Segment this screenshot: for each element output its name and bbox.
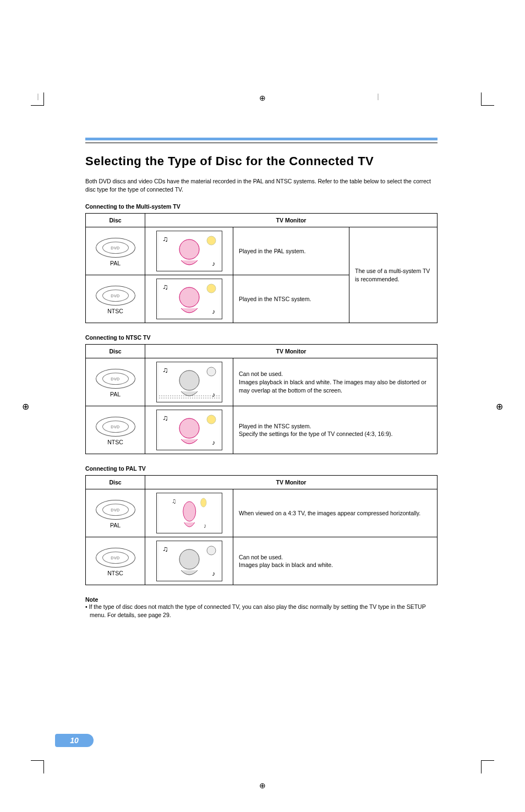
registration-mark-icon: ⊕ [259, 781, 266, 790]
svg-point-19 [179, 418, 199, 438]
disc-label: NTSC [91, 308, 139, 314]
col-monitor: TV Monitor [145, 476, 438, 489]
svg-text:♪: ♪ [212, 391, 215, 399]
heading-rule-thin [85, 143, 438, 143]
tv-thumb-bw: ♫♪ [156, 362, 222, 402]
page-number: 10 [70, 736, 79, 745]
tv-thumb-squeezed: ♫♪ [156, 493, 222, 533]
desc-text: Played in the PAL system. [233, 227, 349, 275]
disc-label: PAL [91, 391, 139, 397]
svg-text:♫: ♫ [162, 544, 168, 553]
svg-point-3 [207, 236, 216, 245]
disc-icon: DVD [96, 369, 135, 389]
col-disc: Disc [86, 214, 145, 227]
crop-mark [481, 760, 494, 773]
tv-thumb-color: ♫♪ [156, 231, 222, 271]
disc-icon: DVD [96, 238, 135, 258]
page-content: Selecting the Type of Disc for the Conne… [85, 138, 438, 619]
svg-text:♫: ♫ [172, 497, 176, 505]
table-ntsc: Disc TV Monitor DVD PAL ♫♪ Can not be us… [85, 344, 438, 454]
svg-point-30 [207, 546, 216, 555]
disc-label: NTSC [91, 439, 139, 445]
disc-icon: DVD [96, 500, 135, 520]
disc-icon: DVD [96, 548, 135, 568]
svg-text:♪: ♪ [212, 308, 215, 315]
svg-point-12 [179, 370, 199, 390]
page-title: Selecting the Type of Disc for the Conne… [85, 154, 438, 168]
section-heading-pal: Connecting to PAL TV [85, 465, 438, 472]
note-heading: Note [85, 596, 438, 603]
svg-text:♫: ♫ [162, 413, 168, 422]
table-row: DVD PAL ♫♪ Played in the PAL system. The… [86, 227, 438, 275]
disc-label: PAL [91, 522, 139, 528]
table-row: DVD NTSC ♫♪ Can not be used. Images play… [86, 537, 438, 585]
tv-thumb-color: ♫♪ [156, 410, 222, 450]
table-row: DVD PAL ♫♪ When viewed on a 4:3 TV, the … [86, 489, 438, 537]
intro-text: Both DVD discs and video CDs have the ma… [85, 177, 438, 193]
svg-point-20 [207, 415, 216, 424]
col-monitor: TV Monitor [145, 214, 438, 227]
disc-label: NTSC [91, 570, 139, 576]
desc-text: When viewed on a 4:3 TV, the images appe… [233, 489, 438, 537]
svg-text:♫: ♫ [162, 366, 168, 374]
tv-thumb-color: ♫♪ [156, 279, 222, 319]
disc-icon: DVD [96, 286, 135, 306]
registration-mark-icon: ⊕ [259, 94, 266, 102]
table-pal: Disc TV Monitor DVD PAL ♫♪ When viewed o… [85, 475, 438, 585]
svg-text:♪: ♪ [212, 439, 215, 446]
svg-point-8 [207, 284, 216, 293]
recommend-text: The use of a multi-system TV is recommen… [349, 227, 438, 323]
print-marks-top: ⊕ [0, 94, 525, 116]
tv-thumb-bw: ♫♪ [156, 541, 222, 581]
col-disc: Disc [86, 345, 145, 358]
desc-text: Played in the NTSC system. [233, 275, 349, 323]
col-disc: Disc [86, 476, 145, 489]
section-heading-ntsc: Connecting to NTSC TV [85, 334, 438, 341]
svg-point-24 [183, 502, 195, 521]
desc-text: Played in the NTSC system. Specify the s… [233, 406, 438, 454]
page-number-badge: 10 [55, 734, 94, 747]
table-row: DVD PAL ♫♪ Can not be used. Images playb… [86, 358, 438, 406]
disc-icon: DVD [96, 417, 135, 437]
desc-text: Can not be used. Images playback in blac… [233, 358, 438, 406]
section-heading-multi: Connecting to the Multi-system TV [85, 203, 438, 210]
table-row: DVD NTSC ♫♪ Played in the NTSC system. S… [86, 406, 438, 454]
crop-mark [31, 760, 44, 773]
svg-point-13 [207, 367, 216, 376]
svg-text:♫: ♫ [162, 235, 168, 243]
colorbar-right [378, 94, 488, 100]
svg-text:♪: ♪ [204, 522, 206, 530]
desc-text: Can not be used. Images play back in bla… [233, 537, 438, 585]
svg-point-25 [200, 498, 206, 507]
svg-text:♫: ♫ [162, 282, 168, 291]
colorbar-left [37, 94, 147, 100]
heading-rule-blue [85, 138, 438, 140]
registration-mark-icon: ⊕ [22, 401, 29, 411]
col-monitor: TV Monitor [145, 345, 438, 358]
registration-mark-icon: ⊕ [496, 401, 503, 411]
table-multi: Disc TV Monitor DVD PAL ♫♪ Played in the… [85, 213, 438, 323]
svg-point-2 [179, 239, 199, 259]
svg-point-7 [179, 287, 199, 307]
note-body: • If the type of disc does not match the… [85, 603, 438, 619]
disc-label: PAL [91, 260, 139, 266]
svg-point-29 [179, 549, 199, 569]
svg-text:♪: ♪ [212, 570, 215, 577]
svg-text:♪: ♪ [212, 260, 215, 268]
